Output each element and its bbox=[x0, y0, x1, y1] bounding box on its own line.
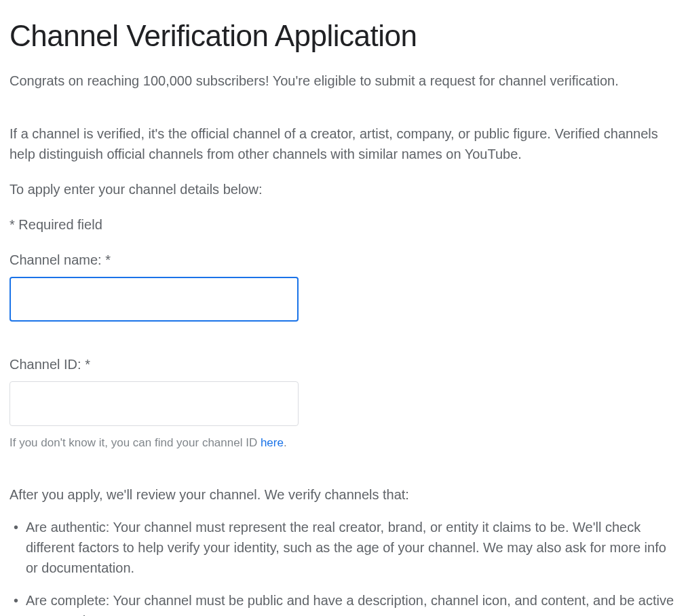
helper-suffix: . bbox=[284, 436, 287, 449]
criteria-list: Are authentic: Your channel must represe… bbox=[9, 517, 679, 617]
list-item: Are authentic: Your channel must represe… bbox=[9, 517, 679, 578]
intro-text: Congrats on reaching 100,000 subscribers… bbox=[9, 71, 679, 91]
page-title: Channel Verification Application bbox=[9, 14, 679, 58]
channel-id-label: Channel ID: * bbox=[9, 354, 679, 374]
description-text: If a channel is verified, it's the offic… bbox=[9, 123, 679, 164]
channel-name-group: Channel name: * bbox=[9, 250, 679, 322]
instruction-text: To apply enter your channel details belo… bbox=[9, 179, 679, 199]
list-item: Are complete: Your channel must be publi… bbox=[9, 590, 679, 617]
required-field-note: * Required field bbox=[9, 214, 679, 235]
review-intro-text: After you apply, we'll review your chann… bbox=[9, 484, 679, 505]
channel-id-helper: If you don't know it, you can find your … bbox=[9, 434, 679, 452]
helper-prefix: If you don't know it, you can find your … bbox=[9, 436, 261, 449]
channel-name-label: Channel name: * bbox=[9, 250, 679, 270]
channel-id-group: Channel ID: * If you don't know it, you … bbox=[9, 354, 679, 452]
channel-id-input[interactable] bbox=[9, 381, 299, 426]
channel-name-input[interactable] bbox=[9, 277, 299, 322]
find-channel-id-link[interactable]: here bbox=[261, 436, 284, 449]
